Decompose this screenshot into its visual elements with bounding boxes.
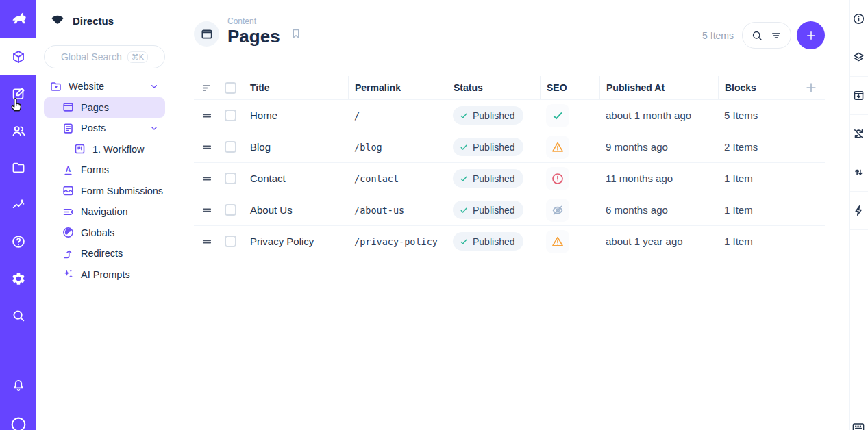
checkbox[interactable] <box>225 82 236 94</box>
cell-status: Published <box>447 169 540 188</box>
drag-handle[interactable] <box>194 173 219 185</box>
row-checkbox[interactable] <box>225 141 236 153</box>
global-search-input[interactable]: Global Search ⌘K <box>44 45 165 68</box>
module-files-button[interactable] <box>0 149 36 186</box>
cell-seo <box>540 199 599 222</box>
sidebar-item-navigation[interactable]: Navigation <box>44 201 165 223</box>
swap-vert-icon <box>852 166 865 179</box>
module-nav <box>0 38 36 334</box>
help-icon <box>11 234 26 249</box>
row-checkbox[interactable] <box>225 204 236 216</box>
sidebar-item-form-submissions[interactable]: Form Submissions <box>44 181 165 202</box>
drag-handle[interactable] <box>194 110 219 122</box>
sidebar-item-redirects[interactable]: Redirects <box>44 243 165 264</box>
module-editor-button[interactable] <box>0 75 36 112</box>
status-badge: Published <box>453 106 523 125</box>
project-name: Directus <box>73 15 114 27</box>
cell-status: Published <box>447 201 540 219</box>
flows-button[interactable] <box>850 192 868 230</box>
cell-title: About Us <box>244 204 348 216</box>
search-icon[interactable] <box>751 29 763 42</box>
seo-warning-icon <box>546 230 569 253</box>
cell-status: Published <box>447 106 540 125</box>
row-checkbox[interactable] <box>225 110 236 121</box>
column-header-title[interactable]: Title <box>244 76 348 99</box>
archive-button[interactable] <box>850 77 868 115</box>
module-help-button[interactable] <box>0 223 36 260</box>
table-row-about-us[interactable]: About Us/about-usPublished6 months ago1 … <box>194 194 825 226</box>
cell-published-at: about 1 year ago <box>599 236 718 247</box>
sidebar-item-posts[interactable]: Posts <box>44 118 165 139</box>
filter-icon[interactable] <box>770 29 782 42</box>
page-header: Content Pages 5 Items <box>173 0 850 72</box>
cell-blocks: 1 Item <box>718 204 782 216</box>
info-sidebar-button[interactable] <box>850 0 868 38</box>
seo-hidden-icon <box>546 199 569 222</box>
table-row-blog[interactable]: Blog/blogPublished9 months ago2 Items <box>194 131 825 163</box>
select-all-checkbox[interactable] <box>219 76 244 99</box>
sidebar-item-1-workflow[interactable]: 1. Workflow <box>44 139 165 160</box>
row-checkbox[interactable] <box>225 236 236 247</box>
drag-handle[interactable] <box>194 141 219 153</box>
collection-nav: WebsitePagesPosts1. WorkflowAFormsForm S… <box>36 76 173 285</box>
chevron-down-icon[interactable] <box>149 123 160 134</box>
cell-status: Published <box>447 232 540 251</box>
layout-options-button[interactable] <box>850 38 868 77</box>
manual-sort-button[interactable] <box>194 76 219 99</box>
drag-handle-icon <box>201 110 213 122</box>
module-settings-button[interactable] <box>0 260 36 297</box>
row-checkbox[interactable] <box>225 173 236 184</box>
bookmark-icon[interactable] <box>290 27 302 40</box>
module-content-button[interactable] <box>0 38 36 75</box>
sidebar-item-website[interactable]: Website <box>44 76 165 97</box>
table-header-row: TitlePermalinkStatusSEOPublished AtBlock… <box>194 76 825 100</box>
column-header-seo[interactable]: SEO <box>540 76 599 99</box>
drag-handle-icon <box>201 204 213 216</box>
import-export-button[interactable] <box>850 153 868 192</box>
cell-published-at: about 1 month ago <box>599 110 718 121</box>
module-search-button[interactable] <box>0 297 36 334</box>
add-item-button[interactable] <box>797 21 825 49</box>
table-row-home[interactable]: Home/Publishedabout 1 month ago5 Items <box>194 100 825 131</box>
cell-blocks: 1 Item <box>718 173 782 184</box>
sidebar-item-ai-prompts[interactable]: AI Prompts <box>44 264 165 286</box>
plus-icon <box>805 29 817 42</box>
directus-logo[interactable] <box>0 0 36 38</box>
module-users-button[interactable] <box>0 112 36 149</box>
drag-handle-icon <box>201 236 213 248</box>
project-row[interactable]: Directus <box>36 0 173 29</box>
column-header-permalink[interactable]: Permalink <box>348 76 447 99</box>
drag-handle[interactable] <box>194 204 219 216</box>
plus-icon <box>804 81 818 94</box>
bell-icon <box>11 378 26 393</box>
inbox-icon <box>62 184 75 197</box>
search-filter-pill <box>742 22 791 49</box>
table-row-privacy-policy[interactable]: Privacy Policy/privacy-policyPublishedab… <box>194 226 825 257</box>
column-header-published-at[interactable]: Published At <box>599 76 718 99</box>
chevron-down-icon[interactable] <box>149 81 160 92</box>
column-header-blocks[interactable]: Blocks <box>718 76 782 99</box>
sidebar-item-forms[interactable]: AForms <box>44 160 165 181</box>
drag-handle[interactable] <box>194 236 219 248</box>
sidebar-item-globals[interactable]: Globals <box>44 223 165 244</box>
seo-error-icon <box>546 167 569 190</box>
check-icon <box>459 111 469 121</box>
insights-icon <box>11 197 26 212</box>
doc-icon <box>62 122 75 135</box>
add-column-button[interactable] <box>782 76 825 99</box>
check-icon <box>459 142 469 152</box>
sidebar-item-pages[interactable]: Pages <box>44 97 165 118</box>
cell-permalink: /about-us <box>348 205 447 216</box>
cell-permalink: /contact <box>348 173 447 184</box>
user-avatar[interactable] <box>0 407 36 430</box>
notifications-button[interactable] <box>0 368 36 403</box>
board-icon <box>73 142 86 155</box>
nav-list-icon <box>62 205 75 218</box>
sync-disabled-button[interactable] <box>850 115 868 153</box>
module-bar-bottom <box>0 368 36 430</box>
cell-blocks: 1 Item <box>718 236 782 247</box>
table-row-contact[interactable]: Contact/contactPublished11 months ago1 I… <box>194 163 825 194</box>
cell-seo <box>540 104 599 127</box>
column-header-status[interactable]: Status <box>447 76 540 99</box>
module-insights-button[interactable] <box>0 186 36 223</box>
